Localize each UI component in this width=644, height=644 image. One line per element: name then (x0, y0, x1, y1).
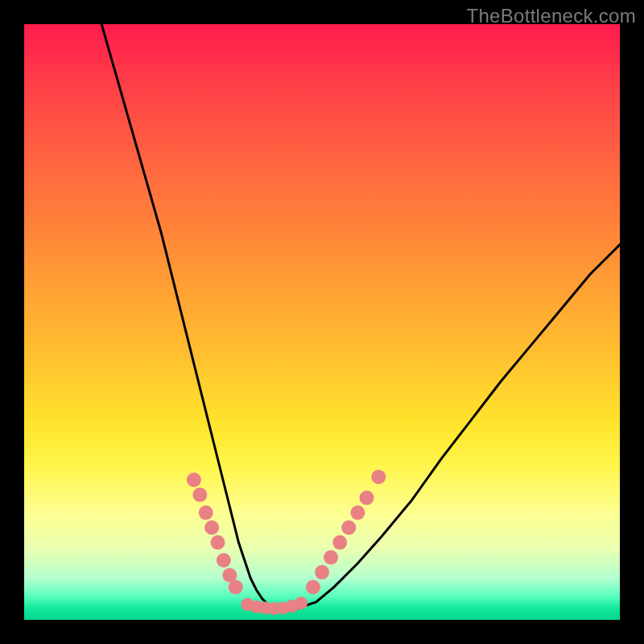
points-valley (242, 597, 308, 615)
data-point (371, 469, 386, 484)
data-point (211, 535, 225, 550)
data-point (204, 520, 219, 535)
watermark-text: TheBottleneck.com (466, 5, 636, 27)
data-point (217, 553, 231, 568)
data-point (332, 535, 347, 550)
chart-area (24, 24, 620, 620)
data-point (341, 520, 356, 535)
bottleneck-curve (101, 24, 620, 609)
bottleneck-plot (24, 24, 620, 620)
data-point (229, 580, 243, 594)
data-point (360, 490, 374, 505)
data-point (324, 550, 338, 564)
points-left-branch (187, 473, 243, 594)
data-point (306, 580, 320, 594)
data-point (350, 506, 365, 520)
data-point (295, 597, 308, 609)
data-point (199, 506, 213, 520)
data-point (192, 488, 207, 502)
data-point (187, 473, 201, 487)
data-point (315, 565, 329, 580)
